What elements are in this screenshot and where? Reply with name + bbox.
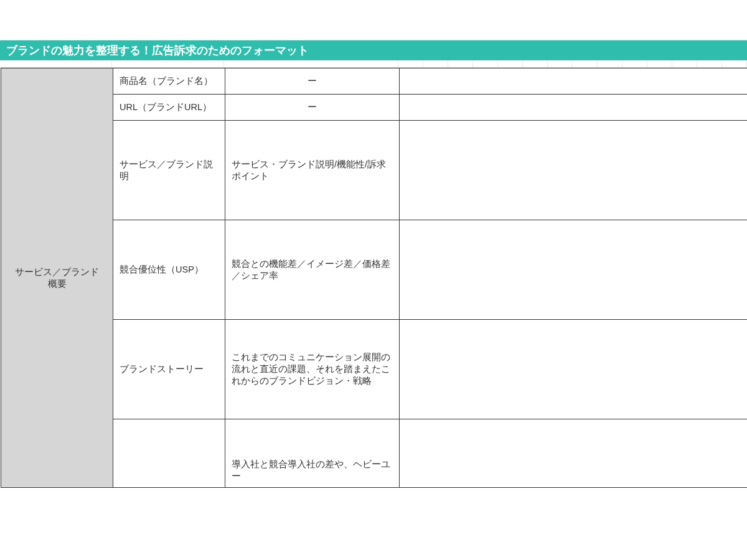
- row-description-cell: 競合との機能差／イメージ差／価格差／シェア率: [225, 220, 400, 320]
- row-description-cell: 導入社と競合導入社の差や、ヘビーユー: [225, 419, 400, 488]
- row-input-cell[interactable]: [400, 68, 748, 95]
- row-input-cell[interactable]: [400, 95, 748, 121]
- ruler-segment: [622, 60, 647, 67]
- column-ruler: [0, 60, 747, 68]
- ruler-segment: [573, 60, 598, 67]
- row-label-cell: 競合優位性（USP）: [113, 220, 225, 320]
- row-label-cell: ブランドストーリー: [113, 320, 225, 419]
- ruler-segment: [548, 60, 573, 67]
- sheet-title: ブランドの魅力を整理する！広告訴求のためのフォーマット: [6, 44, 309, 57]
- ruler-segment: [647, 60, 672, 67]
- row-label-cell: サービス／ブランド説明: [113, 121, 225, 220]
- ruler-segment: [224, 60, 398, 67]
- category-cell: サービス／ブランド概要: [1, 68, 113, 488]
- row-description-cell: ー: [225, 68, 400, 95]
- ruler-segment: [722, 60, 747, 67]
- ruler-segment: [697, 60, 722, 67]
- table-row: サービス／ブランド説明サービス・ブランド説明/機能性/訴求ポイント: [1, 121, 748, 220]
- title-bar: ブランドの魅力を整理する！広告訴求のためのフォーマット: [0, 40, 747, 60]
- row-description-cell: ー: [225, 95, 400, 121]
- ruler-segment: [398, 60, 423, 67]
- row-input-cell[interactable]: [400, 121, 748, 220]
- ruler-segment: [112, 60, 224, 67]
- row-label-cell: URL（ブランドURL）: [113, 95, 225, 121]
- ruler-segment: [0, 60, 112, 67]
- ruler-segment: [473, 60, 498, 67]
- table-row: ブランドストーリーこれまでのコミュニケーション展開の流れと直近の課題、それを踏ま…: [1, 320, 748, 419]
- category-label-line: サービス／ブランド: [7, 266, 106, 278]
- ruler-segment: [672, 60, 697, 67]
- row-label-cell: 商品名（ブランド名）: [113, 68, 225, 95]
- row-input-cell[interactable]: [400, 419, 748, 488]
- ruler-segment: [498, 60, 523, 67]
- row-input-cell[interactable]: [400, 220, 748, 320]
- ruler-segment: [523, 60, 548, 67]
- row-label-cell: [113, 419, 225, 488]
- top-spacer: [0, 0, 747, 40]
- table-row: 競合優位性（USP）競合との機能差／イメージ差／価格差／シェア率: [1, 220, 748, 320]
- table-row: サービス／ブランド概要商品名（ブランド名）ー: [1, 68, 748, 95]
- table-row: URL（ブランドURL）ー: [1, 95, 748, 121]
- category-label-line: 概要: [7, 278, 106, 290]
- ruler-segment: [598, 60, 622, 67]
- row-description-cell: サービス・ブランド説明/機能性/訴求ポイント: [225, 121, 400, 220]
- brand-format-table: サービス／ブランド概要商品名（ブランド名）ーURL（ブランドURL）ーサービス／…: [1, 68, 747, 488]
- spreadsheet-container: ブランドの魅力を整理する！広告訴求のためのフォーマット サービス／ブランド概要商…: [0, 0, 747, 560]
- ruler-segment: [448, 60, 473, 67]
- row-description-cell: これまでのコミュニケーション展開の流れと直近の課題、それを踏まえたこれからのブラ…: [225, 320, 400, 419]
- ruler-segment: [423, 60, 448, 67]
- table-row: 導入社と競合導入社の差や、ヘビーユー: [1, 419, 748, 488]
- row-input-cell[interactable]: [400, 320, 748, 419]
